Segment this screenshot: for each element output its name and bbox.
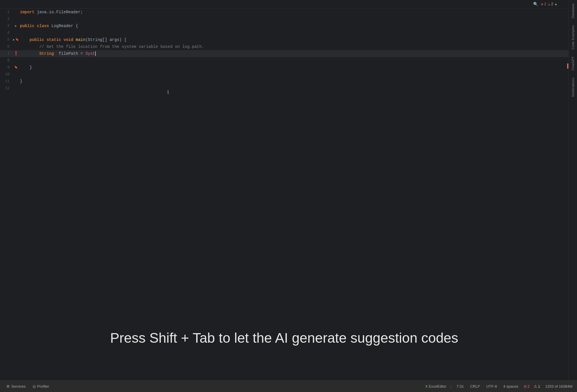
gutter-3: ▶ <box>13 22 19 29</box>
code-line-6: 6 // Get the file location from the syst… <box>0 43 568 50</box>
code-line-11: 11 } <box>0 78 568 85</box>
line-number-2: 2 <box>0 16 13 22</box>
ai-suggestion-text: Press Shift + Tab to let the AI generate… <box>110 330 458 346</box>
status-error-icon: ⊘ <box>524 384 527 389</box>
line-number-12: 12 <box>0 85 13 92</box>
sidebar-tab-code-examples[interactable]: Code Examples <box>569 22 576 53</box>
status-separator-1: | <box>450 384 451 389</box>
status-warning-icon: ⚠ <box>534 384 537 389</box>
status-error-indicator[interactable]: ⊘ 2 <box>524 384 530 389</box>
bookmark-icon-5: 🔖 <box>15 36 19 43</box>
profiler-label: Profiler <box>37 384 49 389</box>
error-count-badge: ⊘ 2 <box>541 2 546 7</box>
line-number-10: 10 <box>0 71 13 78</box>
top-bar-right: 🔍 ⊘ 2 ⚠ 2 ▲ <box>533 2 557 7</box>
line-number-11: 11 <box>0 78 13 85</box>
code-line-3: 3 ▶ public class LogReader { <box>0 22 568 29</box>
status-warning-count: 1 <box>538 384 540 389</box>
profiler-button[interactable]: ◎ Profiler <box>30 383 52 390</box>
gutter-5: ▶ 🔖 <box>13 36 19 43</box>
scroll-position-indicator <box>567 63 568 69</box>
services-icon: ⚙ <box>6 384 10 389</box>
services-button[interactable]: ⚙ Services <box>3 383 29 390</box>
status-bar: ⚙ Services ◎ Profiler X ExcelEditor | 7:… <box>0 380 577 392</box>
code-line-12: 12 <box>0 85 568 92</box>
code-panel: 🔍 ⊘ 2 ⚠ 2 ▲ 1 import java.io.FileRe <box>0 0 568 380</box>
code-line-7: 7 ❗ String filePath = Syst <box>0 50 568 57</box>
profiler-icon: ◎ <box>33 384 36 389</box>
line-number-8: 8 <box>0 57 13 64</box>
code-line-1: 1 import java.io.FileReader; <box>0 9 568 16</box>
code-line-8: 8 <box>0 57 568 64</box>
services-label: Services <box>11 384 26 389</box>
run-arrow-icon-5[interactable]: ▶ <box>13 36 15 43</box>
warning-count: 2 <box>551 2 553 6</box>
code-line-4: 4 <box>0 29 568 36</box>
ai-suggestion-overlay: Press Shift + Tab to let the AI generate… <box>0 330 568 346</box>
line-number-9: 9 <box>0 64 13 71</box>
bookmark-icon-9: 🔖 <box>14 64 18 71</box>
line-number-6: 6 <box>0 43 13 50</box>
gutter-7: ❗ <box>13 50 19 57</box>
code-lines: 1 import java.io.FileReader; 2 3 ▶ pu <box>0 9 568 92</box>
app-name: ExcelEditor <box>429 385 446 389</box>
sidebar-tab-database[interactable]: Database <box>569 0 576 22</box>
line-content-5: public static void main(String[] args) { <box>19 36 568 43</box>
line-content-6: // Get the file location from the system… <box>19 43 568 50</box>
text-cursor <box>95 51 96 56</box>
line-content-1: import java.io.FileReader; <box>19 9 568 16</box>
error-dot-icon-7: ❗ <box>14 50 18 57</box>
warning-triangle-icon: ⚠ <box>548 2 550 7</box>
line-number-3: 3 <box>0 22 13 29</box>
line-content-3: public class LogReader { <box>19 22 568 29</box>
line-number-1: 1 <box>0 9 13 16</box>
code-content[interactable]: 1 import java.io.FileReader; 2 3 ▶ pu <box>0 9 568 380</box>
line-number-4: 4 <box>0 29 13 36</box>
chevron-up-icon[interactable]: ▲ <box>555 3 557 6</box>
indent-display[interactable]: 4 spaces <box>502 384 520 389</box>
sidebar-tab-notifications[interactable]: Notifications <box>569 74 576 100</box>
code-line-5: 5 ▶ 🔖 public static void main(String[] a… <box>0 36 568 43</box>
line-number-7: 7 <box>0 50 13 57</box>
status-warning-indicator: ⚠ 1 <box>534 384 540 389</box>
code-line-10: 10 <box>0 71 568 78</box>
memory-usage-display: 1203 of 16384M <box>544 384 574 389</box>
cursor-indicator: I <box>167 89 169 95</box>
status-error-count: 2 <box>528 384 530 389</box>
run-arrow-icon[interactable]: ▶ <box>15 22 17 29</box>
gutter-9: 🔖 <box>13 64 19 71</box>
app-name-badge: X ExcelEditor <box>425 385 446 389</box>
code-line-2: 2 <box>0 16 568 22</box>
time-display: 7:31 <box>455 384 465 389</box>
line-content-9: } <box>19 64 568 71</box>
line-ending-display[interactable]: CRLF <box>469 384 481 389</box>
encoding-display[interactable]: UTF-8 <box>485 384 498 389</box>
status-bar-right: X ExcelEditor | 7:31 CRLF UTF-8 4 spaces… <box>425 384 574 389</box>
warning-count-badge: ⚠ 2 <box>548 2 553 7</box>
error-circle-icon: ⊘ <box>541 2 543 7</box>
error-count: 2 <box>544 2 546 6</box>
line-content-11: } <box>19 78 568 85</box>
right-sidebar: Database Code Examples ChatGPT Notificat… <box>568 0 577 380</box>
sidebar-tab-chatgpt[interactable]: ChatGPT <box>569 53 576 74</box>
status-bar-left: ⚙ Services ◎ Profiler <box>3 383 425 390</box>
search-icon[interactable]: 🔍 <box>533 2 538 7</box>
editor-area: 🔍 ⊘ 2 ⚠ 2 ▲ 1 import java.io.FileRe <box>0 0 577 380</box>
line-number-5: 5 <box>0 36 13 43</box>
line-content-7: String filePath = Syst <box>19 50 568 57</box>
app-logo-icon: X <box>425 385 428 389</box>
top-bar: 🔍 ⊘ 2 ⚠ 2 ▲ <box>0 0 568 9</box>
code-line-9: 9 🔖 } <box>0 64 568 71</box>
